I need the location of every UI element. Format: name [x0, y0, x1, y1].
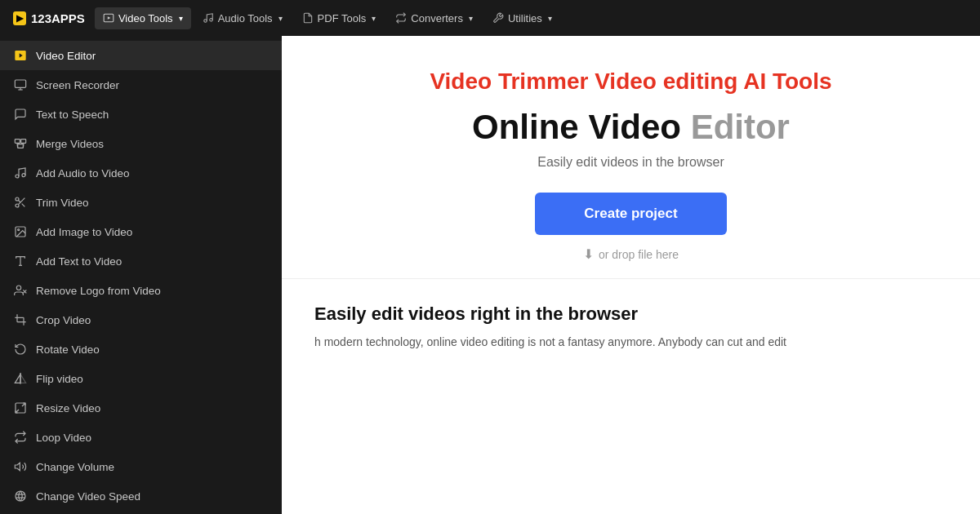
breadcrumb-title: Video Trimmer Video editing AI Tools: [430, 69, 831, 95]
sidebar-item-screen-recorder[interactable]: Screen Recorder: [0, 70, 282, 100]
video-icon: [103, 12, 114, 24]
add-image-icon: [13, 224, 28, 239]
bottom-title: Easily edit videos right in the browser: [314, 304, 947, 325]
sidebar-item-text-to-speech[interactable]: Text to Speech: [0, 100, 282, 129]
sidebar-item-rotate-video[interactable]: Rotate Video: [0, 335, 282, 364]
main-content: Video Trimmer Video editing AI Tools Onl…: [282, 36, 980, 514]
sidebar: Video Editor Screen Recorder Text to Spe…: [0, 36, 282, 514]
sidebar-item-add-image[interactable]: Add Image to Video: [0, 217, 282, 246]
layout: Video Editor Screen Recorder Text to Spe…: [0, 36, 980, 514]
logo-text: 123APPS: [31, 11, 85, 25]
sidebar-item-trim-video[interactable]: Trim Video: [0, 188, 282, 217]
sidebar-item-crop-video[interactable]: Crop Video: [0, 305, 282, 335]
add-audio-icon: [13, 166, 28, 180]
sidebar-item-add-audio[interactable]: Add Audio to Video: [0, 158, 282, 188]
nav-video-tools-label: Video Tools: [118, 12, 173, 24]
chevron-down-icon: ▾: [548, 14, 552, 23]
subtitle: Easily edit videos in the browser: [537, 155, 724, 170]
svg-marker-30: [20, 374, 26, 383]
title-part1: Online Video: [472, 108, 681, 146]
create-project-button[interactable]: Create project: [535, 193, 726, 235]
flip-icon: [13, 371, 28, 386]
sidebar-rotate-label: Rotate Video: [36, 343, 100, 356]
video-editor-icon: [13, 48, 28, 63]
sidebar-item-remove-logo[interactable]: Remove Logo from Video: [0, 276, 282, 305]
resize-icon: [13, 401, 28, 415]
drop-area: ⬇ or drop file here: [583, 246, 679, 262]
download-icon: ⬇: [583, 246, 594, 262]
speed-icon: [13, 489, 28, 503]
svg-line-13: [23, 143, 24, 148]
logo-icon: ▶: [13, 11, 26, 25]
svg-rect-28: [17, 317, 24, 321]
text-speech-icon: [13, 107, 28, 122]
sidebar-merge-label: Merge Videos: [36, 138, 104, 150]
crop-icon: [13, 312, 28, 327]
svg-point-15: [22, 174, 25, 177]
sidebar-item-change-volume[interactable]: Change Volume: [0, 452, 282, 481]
sidebar-item-resize-video[interactable]: Resize Video: [0, 393, 282, 423]
sidebar-item-stabilize[interactable]: Stabilize Video: [0, 511, 282, 514]
sidebar-volume-label: Change Volume: [36, 461, 114, 473]
svg-point-25: [16, 286, 20, 290]
sidebar-text-speech-label: Text to Speech: [36, 109, 109, 121]
svg-line-19: [22, 204, 25, 207]
hero-section: Video Trimmer Video editing AI Tools Onl…: [282, 36, 980, 278]
svg-point-14: [16, 175, 19, 178]
bottom-section: Easily edit videos right in the browser …: [282, 278, 980, 375]
pdf-icon: [302, 12, 314, 24]
sidebar-speed-label: Change Video Speed: [36, 490, 140, 503]
converters-icon: [395, 12, 407, 24]
svg-rect-6: [15, 80, 25, 87]
nav-audio-tools[interactable]: Audio Tools ▾: [194, 7, 291, 29]
navbar: ▶ 123APPS Video Tools ▾ Audio Tools ▾ PD…: [0, 0, 980, 36]
main-title: Online Video Editor: [472, 108, 790, 147]
sidebar-add-text-label: Add Text to Video: [36, 255, 122, 268]
nav-utilities[interactable]: Utilities ▾: [484, 7, 560, 29]
sidebar-add-audio-label: Add Audio to Video: [36, 167, 130, 179]
chevron-down-icon: ▾: [372, 14, 376, 23]
utilities-icon: [492, 12, 504, 24]
svg-point-22: [18, 229, 20, 231]
svg-marker-1: [108, 16, 111, 20]
sidebar-remove-logo-label: Remove Logo from Video: [36, 285, 161, 297]
sidebar-item-add-text[interactable]: Add Text to Video: [0, 246, 282, 276]
svg-line-12: [17, 143, 18, 148]
merge-icon: [13, 136, 28, 151]
sidebar-flip-label: Flip video: [36, 373, 83, 385]
svg-point-17: [16, 204, 19, 207]
title-part2: Editor: [691, 108, 790, 146]
nav-pdf-tools[interactable]: PDF Tools ▾: [294, 7, 385, 29]
logo[interactable]: ▶ 123APPS: [13, 11, 85, 25]
nav-pdf-tools-label: PDF Tools: [318, 12, 367, 24]
sidebar-item-loop-video[interactable]: Loop Video: [0, 423, 282, 452]
nav-utilities-label: Utilities: [508, 12, 542, 24]
svg-marker-33: [15, 463, 20, 470]
loop-icon: [13, 430, 28, 445]
rotate-icon: [13, 342, 28, 357]
nav-video-tools[interactable]: Video Tools ▾: [95, 7, 191, 29]
nav-converters[interactable]: Converters ▾: [387, 7, 481, 29]
sidebar-trim-label: Trim Video: [36, 197, 89, 209]
sidebar-add-image-label: Add Image to Video: [36, 226, 132, 238]
add-text-icon: [13, 254, 28, 268]
sidebar-item-video-editor[interactable]: Video Editor: [0, 41, 282, 70]
sidebar-item-merge-videos[interactable]: Merge Videos: [0, 129, 282, 158]
sidebar-screen-recorder-label: Screen Recorder: [36, 79, 119, 91]
svg-line-20: [18, 200, 20, 202]
sidebar-item-change-speed[interactable]: Change Video Speed: [0, 481, 282, 511]
sidebar-resize-label: Resize Video: [36, 402, 100, 414]
volume-icon: [13, 459, 28, 474]
nav-audio-tools-label: Audio Tools: [218, 12, 273, 24]
sidebar-crop-label: Crop Video: [36, 314, 91, 326]
sidebar-item-flip-video[interactable]: Flip video: [0, 364, 282, 393]
sidebar-video-editor-label: Video Editor: [36, 50, 96, 62]
svg-marker-29: [15, 374, 20, 383]
chevron-down-icon: ▾: [278, 14, 283, 23]
remove-logo-icon: [13, 283, 28, 298]
svg-point-3: [209, 19, 212, 21]
chevron-down-icon: ▾: [179, 14, 183, 23]
svg-point-16: [16, 197, 19, 201]
nav-converters-label: Converters: [411, 12, 463, 24]
svg-rect-10: [21, 140, 26, 144]
